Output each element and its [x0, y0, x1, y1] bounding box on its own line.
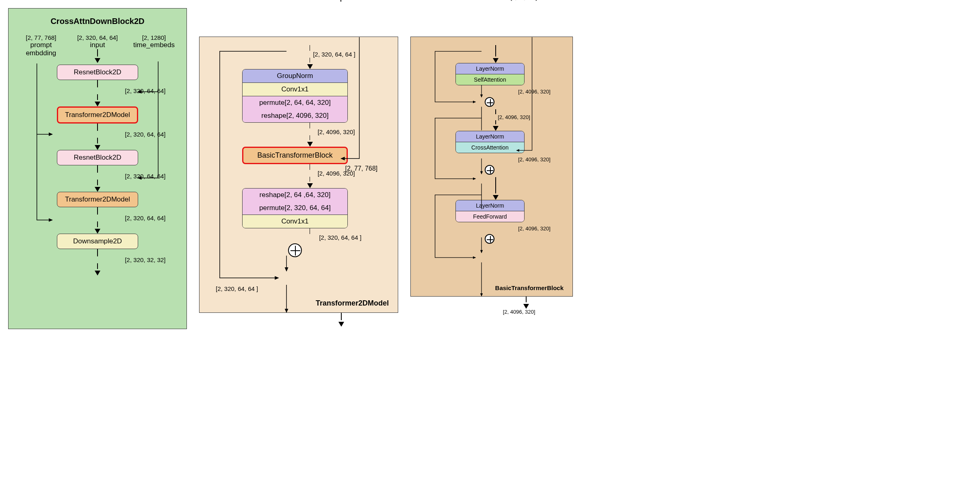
layernorm-1: LayerNorm [456, 63, 524, 74]
p3-s2: [2, 4096, 320] [498, 114, 530, 120]
p2-postproc-stack: reshape[2, 64 ,64, 320] permute[2, 320, … [242, 188, 348, 228]
conv1x1-block-2: Conv1x1 [243, 215, 347, 228]
resnet-block-1: ResnetBlock2D [57, 65, 138, 80]
panel-transformer2dmodel: [2, 320, 64, 64 ] GroupNorm Conv1x1 perm… [199, 37, 398, 313]
prompt-shape: [2, 77, 768] [26, 34, 56, 41]
panel-crossattn-downblock: CrossAttnDownBlock2D [2, 77, 768] prompt… [8, 8, 187, 329]
time-label: time_embeds [133, 41, 175, 49]
shape-s1: [2, 320, 64, 64] [112, 87, 178, 94]
time-shape: [2, 1280] [142, 34, 166, 41]
p3-s3: [2, 4096, 320] [504, 156, 564, 163]
resnet-block-2: ResnetBlock2D [57, 150, 138, 165]
panel-basictransformerblock: LayerNorm SelfAttention [2, 4096, 320] [… [410, 37, 573, 297]
input-shape: [2, 320, 64, 64] [77, 34, 118, 41]
p2-shape-in: [2, 320, 64, 64 ] [313, 51, 355, 58]
panel1-title: CrossAttnDownBlock2D [17, 17, 178, 26]
panel2-title: Transformer2DModel [316, 299, 389, 308]
layernorm-3: LayerNorm [456, 200, 524, 211]
p2-preproc-stack: GroupNorm Conv1x1 permute[2, 64, 64, 320… [242, 69, 348, 123]
p2-shape-skip: [2, 320, 64, 64 ] [216, 285, 258, 292]
p2-shape-btbout: [2, 4096, 320] [318, 170, 355, 177]
shape-s2: [2, 320, 64, 64] [112, 131, 178, 138]
plus-3 [485, 234, 494, 244]
crossattention-block: CrossAttention [456, 142, 524, 153]
p3-crossattn-stack: LayerNorm CrossAttention [455, 131, 525, 153]
basictransformer-block: BasicTransformerBlock [242, 147, 348, 164]
feedforward-block: FeedForward [456, 211, 524, 222]
conv1x1-block-1: Conv1x1 [243, 83, 347, 96]
p2-shape-mid: [2, 4096, 320] [318, 128, 355, 135]
p3-shape-out: [2, 4096, 320] [465, 309, 573, 315]
p3-s1: [2, 4096, 320] [504, 89, 564, 95]
reshape-block-2: reshape[2, 64 ,64, 320] [243, 189, 347, 202]
input-label: input [90, 41, 105, 49]
p3-s4: [2, 4096, 320] [504, 225, 564, 232]
groupnorm-block: GroupNorm [243, 69, 347, 83]
reshape-block-1: reshape[2, 4096, 320] [243, 109, 347, 122]
permute-block-1: permute[2, 64, 64, 320] [243, 96, 347, 109]
permute-block-2: permute[2, 320, 64, 64] [243, 202, 347, 215]
downsample-block: Downsample2D [57, 234, 138, 249]
shape-s5: [2, 320, 32, 32] [112, 256, 178, 263]
p3-selfattn-stack: LayerNorm SelfAttention [455, 63, 525, 85]
panel3-title: BasicTransformerBlock [495, 284, 564, 291]
plus-2 [485, 165, 494, 175]
residual-add-circle [288, 243, 302, 257]
plus-1 [485, 97, 494, 107]
prompt-label: prompt embdding [26, 41, 56, 57]
shape-s3: [2, 320, 64, 64] [112, 173, 178, 180]
transformer2d-block-2: Transformer2DModel [57, 192, 138, 207]
transformer2d-block-1: Transformer2DModel [57, 106, 138, 124]
p3-ff-stack: LayerNorm FeedForward [455, 200, 525, 222]
layernorm-2: LayerNorm [456, 131, 524, 142]
p2-shape-out: [2, 320, 64, 64 ] [319, 234, 361, 241]
p3-shape-prompt: [2, 77, 768] [511, 0, 537, 1]
shape-s4: [2, 320, 64, 64] [112, 215, 178, 221]
selfattention-block: SelfAttention [456, 74, 524, 85]
